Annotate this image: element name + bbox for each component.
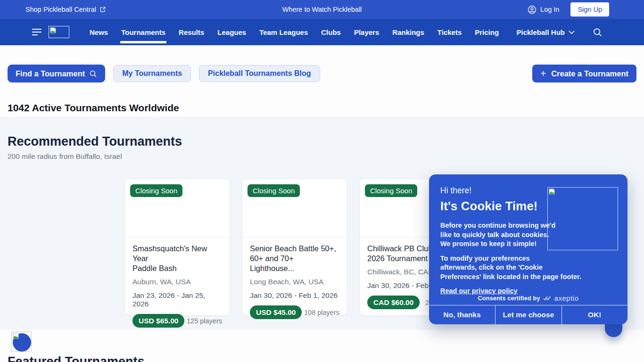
closing-soon-badge: Closing Soon (130, 184, 182, 197)
broken-image-icon (50, 27, 56, 33)
cookie-paragraph-2: To modify your preferences afterwards, c… (440, 254, 627, 282)
site-logo[interactable] (49, 26, 69, 38)
recommended-title: Recommended Tournaments (8, 134, 636, 149)
broken-image-icon (13, 333, 19, 339)
cookie-decline-button[interactable]: No, thanks (429, 305, 495, 324)
topbar: Shop Pickleball Central Where to Watch P… (0, 0, 644, 19)
tournament-title: Senior Beach Battle 50+, 60+ and 70+ Lig… (250, 244, 339, 273)
closing-soon-badge: Closing Soon (248, 184, 300, 197)
tournament-dates: Jan 23, 2026 - Jan 25, 2026 (132, 291, 222, 308)
price-badge: USD $65.00 (132, 314, 184, 328)
closing-soon-badge: Closing Soon (365, 184, 417, 197)
nav-item-clubs[interactable]: Clubs (321, 19, 341, 45)
nav-item-leagues[interactable]: Leagues (217, 19, 246, 45)
consents-certified-row: Consents certified by axeptio (429, 294, 627, 302)
pickleball-hub-dropdown[interactable]: Pickleball Hub (516, 28, 575, 36)
where-to-watch-link[interactable]: Where to Watch Pickleball (282, 6, 362, 13)
tournament-card[interactable]: Closing Soon Smashsquatch's New Year Pad… (124, 179, 230, 316)
tournament-title: Smashsquatch's New Year Paddle Bash (132, 244, 222, 273)
find-tournament-button[interactable]: Find a Tournament (8, 65, 105, 82)
cookie-choose-button[interactable]: Let me choose (495, 305, 561, 324)
tournament-card[interactable]: Closing Soon Senior Beach Battle 50+, 60… (242, 179, 347, 316)
chat-widget-button[interactable] (11, 331, 32, 352)
recommended-subtitle: 200 mile radius from Buffallo, Israel (8, 152, 636, 161)
user-icon (528, 5, 537, 14)
tournament-location: Auburn, WA, USA (132, 278, 222, 286)
nav-item-team-leagues[interactable]: Team Leagues (259, 19, 308, 45)
tournaments-blog-button[interactable]: Pickleball Tournaments Blog (199, 65, 320, 82)
main-navbar: News Tournaments Results Leagues Team Le… (0, 19, 644, 45)
nav-search-button[interactable] (593, 27, 603, 37)
actions-section: Find a Tournament My Tournaments Pickleb… (0, 45, 644, 117)
nav-item-tournaments[interactable]: Tournaments (121, 19, 165, 45)
nav-item-news[interactable]: News (90, 19, 108, 45)
pickleball-hub-label: Pickleball Hub (516, 28, 565, 36)
player-count: 125 players (187, 317, 222, 325)
search-icon (593, 27, 603, 37)
axeptio-check-icon (543, 296, 552, 301)
cookie-consent-dialog: Hi there! It's Cookie Time! Before you c… (429, 174, 627, 324)
shop-pickleball-central-link[interactable]: Shop Pickleball Central (25, 6, 106, 13)
chevron-down-icon (569, 30, 575, 34)
log-in-label: Log In (540, 6, 559, 13)
nav-item-rankings[interactable]: Rankings (392, 19, 424, 45)
cookie-image-placeholder (547, 187, 618, 250)
nav-item-results[interactable]: Results (179, 19, 204, 45)
tournament-location: Long Beach, WA, USA (250, 278, 339, 286)
nav-item-players[interactable]: Players (354, 19, 379, 45)
shop-link-label: Shop Pickleball Central (25, 6, 96, 13)
menu-hamburger-icon[interactable] (32, 27, 42, 37)
my-tournaments-button[interactable]: My Tournaments (113, 65, 191, 82)
nav-item-tickets[interactable]: Tickets (438, 19, 462, 45)
featured-title: Featured Tournaments (8, 354, 145, 362)
create-tournament-button[interactable]: + Create a Tournament (532, 65, 636, 82)
create-tournament-label: Create a Tournament (551, 69, 628, 78)
log-in-button[interactable]: Log In (528, 5, 559, 14)
cookie-accept-button[interactable]: OK! (561, 305, 627, 324)
plus-icon: + (540, 68, 546, 79)
search-icon (89, 70, 97, 78)
player-count: 108 players (304, 309, 339, 316)
certified-text: Consents certified by (478, 295, 540, 302)
active-tournaments-count: 1042 Active Tournaments Worldwide (8, 102, 636, 114)
broken-image-icon (549, 189, 555, 195)
cookie-dialog-footer: No, thanks Let me choose OK! (429, 305, 627, 324)
sign-up-button[interactable]: Sign Up (570, 2, 609, 16)
axeptio-brand[interactable]: axeptio (554, 294, 579, 302)
find-tournament-label: Find a Tournament (16, 69, 85, 78)
nav-links: News Tournaments Results Leagues Team Le… (90, 19, 499, 45)
nav-item-pricing[interactable]: Pricing (475, 19, 499, 45)
privacy-policy-link[interactable]: Read our privacy policy (440, 287, 518, 295)
external-link-icon (99, 6, 106, 13)
price-badge: CAD $60.00 (367, 296, 420, 309)
tournament-dates: Jan 30, 2026 - Feb 1, 2026 (250, 291, 339, 300)
price-badge: USD $45.00 (250, 305, 302, 319)
